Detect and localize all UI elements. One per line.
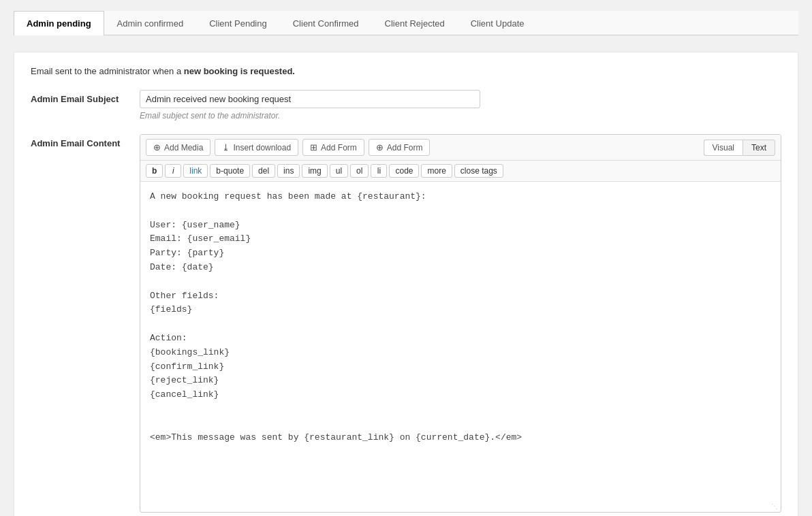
section-description: Email sent to the administrator when a n… [31,66,781,76]
content-row: Admin Email Content ⊕ Add Media ⤓ Insert [31,134,781,516]
tabs-bar: Admin pending Admin confirmed Client Pen… [14,11,798,35]
add-form-button-2[interactable]: ⊕ Add Form [369,139,431,156]
tab-client-pending[interactable]: Client Pending [196,11,280,35]
subject-label: Admin Email Subject [31,90,140,104]
insert-download-icon: ⤓ [222,142,230,152]
text-view-button[interactable]: Text [743,140,775,156]
format-ins-button[interactable]: ins [277,164,300,178]
insert-download-label: Insert download [233,143,291,152]
format-more-button[interactable]: more [421,164,452,178]
subject-row: Admin Email Subject Email subject sent t… [31,90,781,120]
add-form-icon-1: ⊞ [310,142,317,152]
top-toolbar-left: ⊕ Add Media ⤓ Insert download ⊞ Add Form [146,139,701,156]
add-form-label-1: Add Form [321,143,357,152]
format-close-tags-button[interactable]: close tags [454,164,503,178]
add-media-button[interactable]: ⊕ Add Media [146,139,210,156]
form-section: Email sent to the administrator when a n… [14,52,798,516]
format-link-button[interactable]: link [183,164,208,178]
add-media-icon: ⊕ [153,142,161,152]
visual-view-button[interactable]: Visual [704,140,743,156]
tab-client-update[interactable]: Client Update [458,11,537,35]
insert-download-button[interactable]: ⤓ Insert download [215,139,298,156]
add-form-icon-2: ⊕ [376,142,384,152]
editor-wrapper: ⊕ Add Media ⤓ Insert download ⊞ Add Form [140,134,781,513]
format-b-button[interactable]: b [146,164,163,178]
format-i-button[interactable]: i [165,164,181,178]
editor-content-area: ⋱ [140,182,781,512]
subject-hint: Email subject sent to the administrator. [140,111,781,120]
tab-admin-confirmed[interactable]: Admin confirmed [104,11,197,35]
tab-client-confirmed[interactable]: Client Confirmed [280,11,372,35]
content-field: ⊕ Add Media ⤓ Insert download ⊞ Add Form [140,134,781,516]
editor-textarea[interactable] [140,182,781,510]
add-form-label-2: Add Form [387,143,423,152]
description-highlight: new booking is requested. [184,66,295,76]
format-code-button[interactable]: code [389,164,419,178]
editor-top-toolbar: ⊕ Add Media ⤓ Insert download ⊞ Add Form [140,135,781,161]
subject-input[interactable] [140,90,480,108]
add-form-button-1[interactable]: ⊞ Add Form [302,139,364,156]
tab-client-rejected[interactable]: Client Rejected [372,11,458,35]
format-ul-button[interactable]: ul [330,164,348,178]
top-toolbar-right: Visual Text [704,140,775,156]
add-media-label: Add Media [164,143,203,152]
format-img-button[interactable]: img [302,164,327,178]
format-li-button[interactable]: li [371,164,387,178]
tab-admin-pending[interactable]: Admin pending [14,11,104,35]
format-bquote-button[interactable]: b-quote [210,164,250,178]
content-label: Admin Email Content [31,134,140,148]
format-toolbar: b i link b-quote del ins img ul ol li co… [140,161,781,182]
resize-handle[interactable]: ⋱ [771,502,779,511]
format-ol-button[interactable]: ol [350,164,369,178]
subject-field: Email subject sent to the administrator. [140,90,781,120]
format-del-button[interactable]: del [252,164,275,178]
